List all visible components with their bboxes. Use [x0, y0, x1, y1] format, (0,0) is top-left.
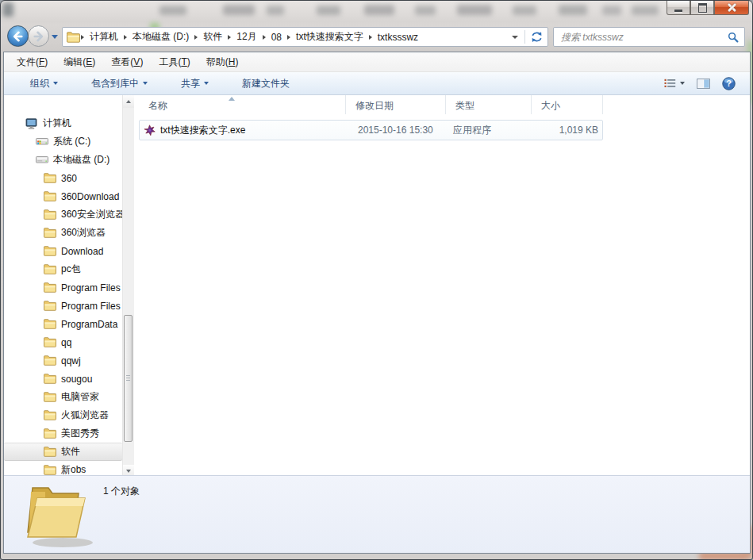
sidebar-item[interactable]: 软件 [4, 443, 122, 461]
folder-icon [44, 428, 56, 439]
toolbar-button[interactable]: 包含到库中 [83, 73, 156, 94]
client-area: 文件(F)编辑(E)查看(V)工具(T)帮助(H) 组织包含到库中共享新建文件夹… [3, 52, 751, 554]
computer-icon [25, 118, 38, 129]
maximize-button[interactable] [690, 1, 714, 15]
sidebar-item[interactable]: Program Files [4, 297, 122, 315]
sidebar-item-label: pc包 [61, 263, 81, 276]
breadcrumb-segment[interactable]: txtkssswz [373, 32, 423, 43]
sidebar-item[interactable]: qq [4, 333, 122, 351]
toolbar-button[interactable]: 新建文件夹 [233, 73, 298, 94]
titlebar-blur-artifact [632, 6, 659, 15]
address-dropdown-icon[interactable] [512, 36, 518, 39]
sidebar-item[interactable]: 火狐浏览器 [4, 406, 122, 424]
sidebar-item-label: 360安全浏览器 [61, 208, 122, 221]
chevron-down-icon [53, 82, 58, 85]
breadcrumb-segment[interactable]: 软件 [198, 30, 227, 44]
recent-pages-dropdown[interactable] [52, 35, 58, 39]
file-row[interactable]: txt快速搜索文字.exe2015-10-16 15:30应用程序1,019 K… [139, 120, 603, 140]
titlebar-blur-artifact [223, 5, 255, 15]
current-folder-icon [67, 32, 80, 43]
scroll-up-button[interactable] [123, 95, 134, 108]
explorer-window: 计算机本地磁盘 (D:)软件12月08txt快速搜索文字txtkssswz 文件… [0, 0, 753, 560]
sidebar-item-label: 360浏览器 [61, 226, 106, 240]
breadcrumb-segment[interactable]: 12月 [232, 30, 261, 44]
menu-item[interactable]: 查看(V) [103, 52, 151, 72]
sidebar-item[interactable]: ProgramData [4, 315, 122, 333]
back-button[interactable] [7, 25, 29, 47]
sidebar-item[interactable]: 本地磁盘 (D:) [4, 151, 122, 169]
sidebar-item[interactable]: 360安全浏览器 [4, 205, 122, 224]
folder-icon [44, 209, 56, 220]
breadcrumb-segment[interactable]: txt快速搜索文字 [291, 30, 368, 44]
menu-item[interactable]: 文件(F) [9, 52, 56, 72]
folder-icon [44, 374, 56, 384]
sidebar-item-label: 本地磁盘 (D:) [53, 153, 109, 167]
minimize-icon [674, 10, 682, 12]
scroll-up-icon [126, 100, 131, 103]
folder-icon [44, 173, 56, 183]
sidebar-item[interactable]: 系统 (C:) [4, 132, 122, 151]
breadcrumb-separator-icon[interactable] [228, 35, 231, 40]
menu-item[interactable]: 编辑(E) [56, 52, 103, 72]
breadcrumb-separator-icon[interactable] [194, 35, 198, 40]
menu-item[interactable]: 工具(T) [151, 52, 198, 72]
folder-large-icon [21, 480, 96, 552]
forward-arrow-icon [33, 31, 44, 42]
minimize-button[interactable] [667, 1, 690, 15]
scrollbar-thumb[interactable] [124, 315, 133, 442]
sidebar-item-label: qqwj [61, 355, 81, 366]
folder-icon [44, 447, 56, 457]
breadcrumb-segment[interactable]: 本地磁盘 (D:) [128, 30, 194, 44]
sidebar-item[interactable]: 360浏览器 [4, 224, 122, 242]
sidebar-item[interactable]: 电脑管家 [4, 388, 122, 406]
address-bar[interactable]: 计算机本地磁盘 (D:)软件12月08txt快速搜索文字txtkssswz [62, 27, 548, 47]
sidebar-item-label: 软件 [61, 445, 80, 458]
breadcrumb-separator-icon[interactable] [81, 35, 84, 40]
column-header-filler [603, 95, 750, 114]
tree-scrollbar[interactable] [122, 95, 134, 478]
sidebar-item[interactable]: 360Download [4, 187, 122, 205]
breadcrumb-segment[interactable]: 计算机 [85, 30, 123, 44]
toolbar-button[interactable]: 共享 [172, 73, 217, 94]
breadcrumb-separator-icon[interactable] [124, 35, 127, 40]
sidebar-item[interactable]: sougou [4, 370, 122, 388]
menu-bar: 文件(F)编辑(E)查看(V)工具(T)帮助(H) [4, 52, 750, 72]
sidebar-item[interactable]: qqwj [4, 351, 122, 370]
preview-pane-button[interactable] [697, 79, 710, 89]
breadcrumb-separator-icon[interactable] [369, 35, 372, 40]
command-bar: 组织包含到库中共享新建文件夹 ? [4, 72, 750, 95]
sidebar-item-label: Program Files [61, 301, 121, 312]
change-view-button[interactable] [664, 79, 685, 88]
column-header[interactable]: 类型 [446, 95, 532, 114]
titlebar-blur-artifact [457, 5, 492, 15]
help-button[interactable]: ? [722, 77, 736, 90]
refresh-button[interactable] [525, 28, 547, 46]
sidebar-item[interactable]: pc包 [4, 260, 122, 278]
main-area: 计算机系统 (C:)本地磁盘 (D:)360360Download360安全浏览… [4, 95, 750, 478]
chevron-down-icon [204, 82, 209, 85]
search-input[interactable] [554, 32, 728, 43]
breadcrumb-separator-icon[interactable] [263, 35, 266, 40]
scroll-down-icon [126, 470, 131, 473]
breadcrumb-segment[interactable]: 08 [267, 32, 286, 43]
sidebar-item[interactable]: Download [4, 242, 122, 260]
close-button[interactable] [714, 1, 749, 15]
details-pane: 1 个对象 [4, 475, 750, 553]
preview-pane-icon [697, 79, 710, 89]
breadcrumb-separator-icon[interactable] [287, 35, 290, 40]
forward-button[interactable] [28, 25, 49, 47]
menu-item[interactable]: 帮助(H) [198, 52, 247, 72]
sidebar-item[interactable]: 计算机 [4, 114, 122, 132]
column-header[interactable]: 修改日期 [346, 95, 446, 114]
search-icon[interactable] [728, 32, 739, 43]
sidebar-item[interactable]: 360 [4, 169, 122, 187]
column-header[interactable]: 大小 [532, 95, 603, 114]
file-size: 1,019 KB [532, 125, 602, 136]
folder-icon [44, 465, 56, 475]
toolbar-button[interactable]: 组织 [21, 73, 67, 94]
chevron-down-icon [680, 82, 685, 85]
sidebar-item[interactable]: 美图秀秀 [4, 424, 122, 443]
column-header[interactable]: 名称 [133, 95, 346, 114]
sidebar-item-label: 火狐浏览器 [61, 408, 109, 422]
sidebar-item[interactable]: Program Files [4, 278, 122, 297]
